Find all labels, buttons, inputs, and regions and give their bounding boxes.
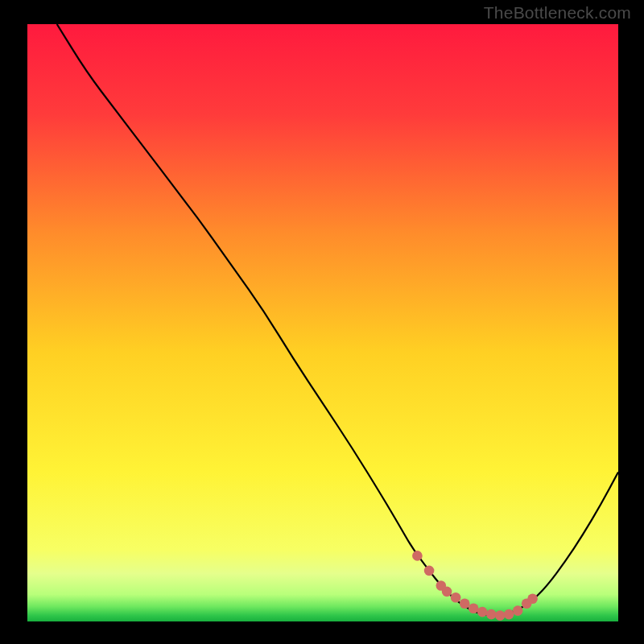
plot-area — [27, 24, 618, 621]
highlight-dot — [412, 551, 423, 561]
bottleneck-chart — [27, 24, 618, 621]
highlight-dot — [486, 609, 497, 620]
highlight-dot — [451, 592, 461, 603]
highlight-dot — [477, 607, 488, 617]
highlight-dot — [424, 566, 435, 576]
highlight-dot — [504, 609, 514, 620]
highlight-dot — [527, 594, 538, 605]
watermark-text: TheBottleneck.com — [484, 3, 631, 23]
highlight-dot — [513, 605, 523, 616]
highlight-dot — [495, 610, 506, 621]
highlight-dot — [469, 603, 479, 613]
chart-stage: TheBottleneck.com — [0, 0, 644, 644]
gradient-background — [27, 24, 618, 621]
highlight-dot — [460, 598, 470, 609]
highlight-dot — [442, 587, 452, 597]
